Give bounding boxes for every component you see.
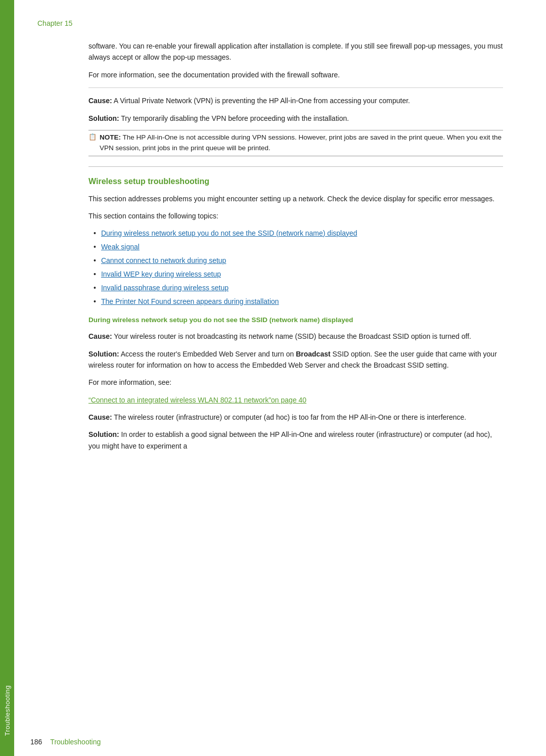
intro-paragraph-1: software. You can re-enable your firewal… [88, 40, 503, 63]
cause-1-label: Cause: [88, 97, 112, 105]
page-container: Troubleshooting Chapter 15 software. You… [0, 0, 546, 756]
list-item: Weak signal [94, 242, 503, 252]
sidebar-label: Troubleshooting [4, 685, 11, 736]
intro-paragraph-2: For more information, see the documentat… [88, 69, 503, 80]
full-divider [88, 166, 503, 167]
footer-label: Troubleshooting [50, 738, 101, 746]
cause-1: Cause: A Virtual Private Network (VPN) i… [88, 95, 503, 106]
divider-1 [88, 87, 503, 88]
chapter-header: Chapter 15 [37, 19, 72, 27]
note-text: NOTE: The HP All-in-One is not accessibl… [100, 132, 503, 154]
wireless-intro-1: This section addresses problems you migh… [88, 193, 503, 204]
solution-3-text: In order to establish a good signal betw… [88, 430, 492, 450]
cause-solution-block-1: Cause: A Virtual Private Network (VPN) i… [88, 95, 503, 124]
connect-link[interactable]: “Connect to an integrated wireless WLAN … [88, 396, 306, 404]
note-icon: 📋 [88, 133, 97, 141]
main-content: software. You can re-enable your firewal… [88, 40, 503, 458]
cause-3: Cause: The wireless router (infrastructu… [88, 412, 503, 423]
note-box: 📋 NOTE: The HP All-in-One is not accessi… [88, 130, 503, 156]
list-item: Invalid WEP key during wireless setup [94, 269, 503, 280]
note-body: The HP All-in-One is not accessible duri… [100, 134, 502, 152]
footer-page-number: 186 [30, 738, 42, 746]
wireless-intro-2: This section contains the following topi… [88, 210, 503, 221]
sidebar: Troubleshooting [0, 0, 14, 756]
cause-2: Cause: Your wireless router is not broad… [88, 331, 503, 342]
list-item: The Printer Not Found screen appears dur… [94, 296, 503, 307]
solution-1-label: Solution: [88, 114, 119, 122]
list-item: During wireless network setup you do not… [94, 228, 503, 239]
connect-link-paragraph: “Connect to an integrated wireless WLAN … [88, 394, 503, 406]
solution-2-bold: Broadcast [296, 350, 330, 358]
chapter-label: Chapter 15 [37, 19, 72, 27]
cause-2-text: Your wireless router is not broadcasting… [112, 332, 471, 340]
bullet-link-1[interactable]: During wireless network setup you do not… [101, 228, 357, 239]
bullet-link-4[interactable]: Invalid WEP key during wireless setup [101, 269, 221, 280]
solution-2: Solution: Access the router's Embedded W… [88, 348, 503, 371]
list-item: Invalid passphrase during wireless setup [94, 283, 503, 293]
cause-3-label: Cause: [88, 413, 112, 421]
subsection-1-heading: During wireless network setup you do not… [88, 315, 503, 325]
note-label: NOTE: [100, 134, 121, 141]
bullet-list: During wireless network setup you do not… [94, 228, 503, 307]
bullet-link-5[interactable]: Invalid passphrase during wireless setup [101, 283, 229, 293]
cause-2-label: Cause: [88, 332, 112, 340]
solution-2-label: Solution: [88, 350, 119, 358]
solution-1: Solution: Try temporarily disabling the … [88, 113, 503, 124]
footer: 186 Troubleshooting [30, 738, 516, 746]
solution-2-text-pre: Access the router's Embedded Web Server … [119, 350, 296, 358]
solution-3-label: Solution: [88, 430, 119, 438]
wireless-section-heading: Wireless setup troubleshooting [88, 177, 503, 186]
solution-1-text: Try temporarily disabling the VPN before… [119, 114, 349, 122]
solution-3: Solution: In order to establish a good s… [88, 429, 503, 452]
list-item: Cannot connect to network during setup [94, 255, 503, 266]
bullet-link-2[interactable]: Weak signal [101, 242, 140, 252]
for-more-info: For more information, see: [88, 377, 503, 388]
bullet-link-3[interactable]: Cannot connect to network during setup [101, 255, 226, 266]
cause-3-text: The wireless router (infrastructure) or … [112, 413, 467, 421]
bullet-link-6[interactable]: The Printer Not Found screen appears dur… [101, 296, 279, 307]
cause-1-text: A Virtual Private Network (VPN) is preve… [112, 97, 410, 105]
